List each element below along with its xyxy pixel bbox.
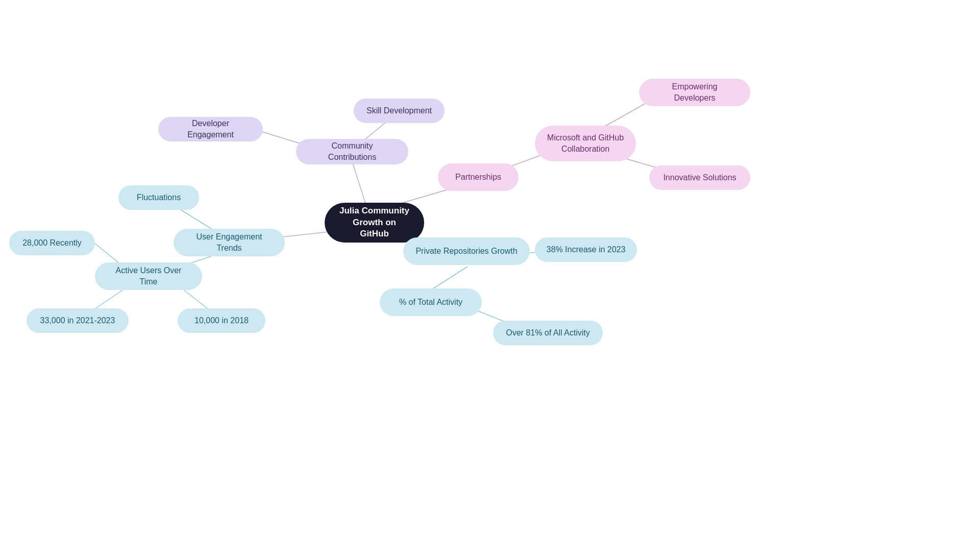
- empowering-label: Empowering Developers: [650, 81, 739, 103]
- community-contributions-node: Community Contributions: [296, 139, 408, 164]
- 33000-label: 33,000 in 2021-2023: [40, 315, 115, 326]
- private-repo-label: Private Repositories Growth: [415, 246, 517, 257]
- private-repo-node: Private Repositories Growth: [403, 237, 530, 265]
- svg-line-15: [431, 267, 468, 290]
- fluctuations-node: Fluctuations: [118, 185, 199, 210]
- pct-total-node: % of Total Activity: [380, 288, 482, 316]
- center-label: Julia Community Growth on GitHub: [336, 205, 413, 241]
- fluctuations-label: Fluctuations: [137, 192, 181, 203]
- 28000-node: 28,000 Recently: [9, 231, 95, 255]
- over81-node: Over 81% of All Activity: [493, 321, 603, 345]
- innovative-node: Innovative Solutions: [649, 165, 750, 190]
- innovative-label: Innovative Solutions: [663, 172, 736, 183]
- active-users-label: Active Users Over Time: [106, 265, 191, 287]
- over81-label: Over 81% of All Activity: [506, 327, 590, 339]
- partnerships-node: Partnerships: [438, 163, 519, 191]
- active-users-node: Active Users Over Time: [95, 262, 202, 290]
- user-engagement-trends-label: User Engagement Trends: [185, 231, 274, 253]
- user-engagement-trends-node: User Engagement Trends: [174, 229, 285, 256]
- increase-2023-label: 38% Increase in 2023: [547, 244, 626, 255]
- 28000-label: 28,000 Recently: [22, 237, 82, 249]
- 10000-label: 10,000 in 2018: [194, 315, 249, 326]
- skill-development-label: Skill Development: [366, 105, 432, 116]
- developer-engagement-label: Developer Engagement: [169, 118, 252, 140]
- microsoft-collab-label: Microsoft and GitHub Collaboration: [547, 132, 624, 154]
- 33000-node: 33,000 in 2021-2023: [27, 308, 129, 333]
- skill-development-node: Skill Development: [354, 99, 445, 123]
- pct-total-label: % of Total Activity: [399, 297, 462, 308]
- microsoft-collab-node: Microsoft and GitHub Collaboration: [535, 126, 636, 161]
- developer-engagement-node: Developer Engagement: [158, 117, 263, 141]
- partnerships-label: Partnerships: [455, 172, 501, 183]
- empowering-node: Empowering Developers: [639, 79, 750, 106]
- center-node: Julia Community Growth on GitHub: [325, 203, 424, 243]
- 10000-node: 10,000 in 2018: [178, 308, 265, 333]
- increase-2023-node: 38% Increase in 2023: [535, 237, 637, 262]
- community-contributions-label: Community Contributions: [307, 140, 397, 162]
